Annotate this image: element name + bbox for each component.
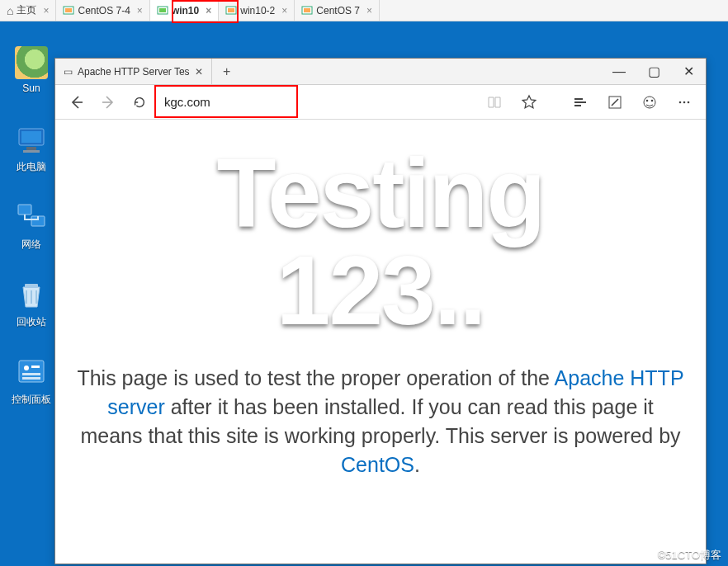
svg-point-16	[24, 366, 29, 370]
page-icon: ▭	[64, 66, 73, 78]
svg-point-22	[646, 99, 649, 101]
svg-rect-11	[23, 150, 40, 153]
svg-rect-9	[21, 131, 41, 143]
url-input[interactable]	[159, 90, 475, 115]
svg-point-26	[688, 101, 690, 103]
refresh-icon	[132, 95, 147, 110]
browser-tab-title: Apache HTTP Server Tes	[78, 66, 190, 78]
vm-tab-bar: 主页 × CentOS 7-4 × win10 × win10-2 × Cent…	[0, 0, 728, 21]
note-icon	[607, 94, 623, 111]
new-tab-button[interactable]: +	[212, 59, 242, 84]
folder-icon	[15, 46, 48, 79]
desktop-icon-recyclebin[interactable]: 回收站	[8, 279, 54, 329]
vm-tab-centos7[interactable]: CentOS 7 ×	[295, 0, 380, 21]
close-icon[interactable]: ×	[43, 5, 49, 17]
windows-desktop: Sun 此电脑 网络 回收站 控制面板 ▭ Apache HTTP Server…	[0, 21, 728, 566]
vm-icon	[63, 5, 74, 17]
svg-rect-14	[25, 284, 38, 288]
star-icon	[521, 94, 537, 111]
page-heading-line1: Testing	[77, 144, 684, 242]
svg-rect-1	[65, 8, 72, 12]
book-icon	[486, 94, 503, 111]
desktop-icon-thispc[interactable]: 此电脑	[8, 124, 54, 174]
vm-tab-label: win10-2	[240, 5, 275, 17]
address-bar[interactable]	[159, 90, 475, 115]
vm-icon	[301, 5, 313, 17]
ellipsis-icon	[676, 94, 693, 111]
maximize-button[interactable]: ▢	[636, 59, 671, 84]
back-button[interactable]	[62, 87, 92, 117]
control-panel-icon	[15, 356, 48, 389]
share-button[interactable]	[635, 87, 664, 117]
svg-rect-3	[159, 8, 166, 12]
desktop-icon-label: 此电脑	[8, 160, 54, 174]
window-controls: — ▢ ✕	[602, 59, 706, 84]
desktop-icon-label: Sun	[8, 83, 54, 94]
vm-tab-label: 主页	[17, 3, 36, 17]
browser-toolbar	[55, 85, 706, 120]
close-icon[interactable]: ×	[137, 5, 143, 17]
close-button[interactable]: ✕	[671, 59, 706, 84]
svg-rect-17	[31, 366, 40, 368]
lines-icon	[572, 94, 589, 111]
desktop-icon-label: 回收站	[8, 315, 54, 329]
vm-icon	[225, 5, 237, 17]
close-icon[interactable]: ×	[206, 5, 211, 17]
page-content: Testing 123.. This page is used to test …	[55, 120, 706, 564]
close-icon[interactable]: ✕	[195, 66, 203, 78]
vm-tab-home[interactable]: 主页 ×	[0, 0, 56, 21]
page-lead-text: This page is used to test the proper ope…	[77, 364, 684, 479]
svg-point-23	[651, 99, 654, 101]
recycle-bin-icon	[15, 279, 48, 312]
page-heading-line2: 123..	[77, 242, 684, 339]
vm-tab-label: CentOS 7	[316, 5, 360, 17]
svg-rect-18	[22, 373, 40, 375]
desktop-icon-label: 控制面板	[8, 393, 54, 407]
vm-tab-label: CentOS 7-4	[78, 5, 130, 17]
svg-rect-12	[18, 205, 31, 215]
home-icon	[7, 4, 13, 17]
browser-titlebar: ▭ Apache HTTP Server Tes ✕ + — ▢ ✕	[55, 59, 706, 85]
vm-tab-win10-2[interactable]: win10-2 ×	[219, 0, 295, 21]
close-icon[interactable]: ×	[281, 5, 287, 17]
vm-tab-centos74[interactable]: CentOS 7-4 ×	[56, 0, 149, 21]
watermark: ©51CTO博客	[658, 548, 721, 563]
network-icon	[15, 201, 48, 234]
svg-rect-10	[26, 147, 36, 150]
vm-icon	[157, 5, 168, 17]
forward-button[interactable]	[93, 87, 123, 117]
arrow-right-icon	[100, 94, 116, 111]
minimize-button[interactable]: —	[602, 59, 636, 84]
favorite-button[interactable]	[514, 87, 544, 117]
vm-tab-label: win10	[172, 5, 199, 17]
arrow-left-icon	[69, 94, 85, 111]
svg-point-25	[683, 101, 686, 103]
browser-tab[interactable]: ▭ Apache HTTP Server Tes ✕	[55, 59, 212, 84]
desktop-icon-controlpanel[interactable]: 控制面板	[8, 356, 54, 407]
notes-button[interactable]	[600, 87, 630, 117]
close-icon[interactable]: ×	[366, 5, 372, 17]
vm-tab-win10[interactable]: win10 ×	[150, 0, 219, 21]
reading-view-button[interactable]	[480, 87, 509, 117]
svg-rect-7	[304, 8, 310, 12]
desktop-icon-network[interactable]: 网络	[8, 201, 54, 252]
svg-rect-5	[228, 8, 234, 12]
hub-button[interactable]	[565, 87, 595, 117]
svg-rect-19	[22, 377, 40, 380]
link-centos[interactable]: CentOS	[341, 453, 414, 476]
share-icon	[641, 94, 658, 111]
desktop-icon-sun[interactable]: Sun	[8, 46, 54, 94]
more-button[interactable]	[669, 87, 699, 117]
browser-window: ▭ Apache HTTP Server Tes ✕ + — ▢ ✕	[54, 58, 707, 564]
refresh-button[interactable]	[125, 87, 154, 117]
svg-point-24	[679, 101, 682, 103]
desktop-icon-label: 网络	[8, 238, 54, 252]
pc-icon	[15, 124, 48, 157]
